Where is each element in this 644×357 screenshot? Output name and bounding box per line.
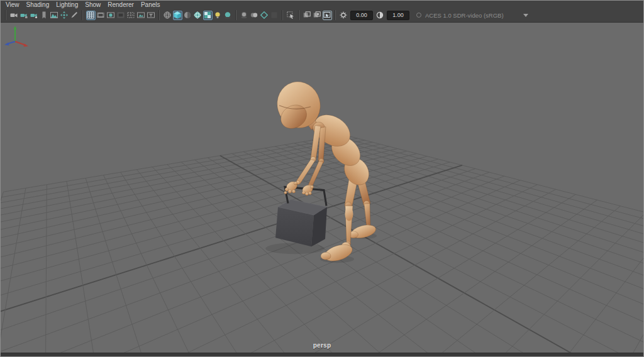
- menu-panels[interactable]: Panels: [140, 1, 166, 9]
- textured-icon[interactable]: [203, 11, 213, 20]
- hand: [284, 180, 299, 194]
- isolate-select-icon[interactable]: [286, 11, 296, 20]
- flat-shade-icon[interactable]: [183, 11, 192, 20]
- view-transform-label: ACES 1.0 SDR-video (sRGB): [425, 12, 523, 19]
- toolbar-separator: [298, 10, 299, 20]
- safe-action-icon[interactable]: [136, 11, 146, 20]
- bookmarks-icon[interactable]: [40, 11, 49, 20]
- shadows-icon[interactable]: [223, 11, 233, 20]
- menu-view[interactable]: View: [4, 1, 25, 9]
- smooth-shade-all-icon[interactable]: [173, 11, 182, 20]
- grease-pencil-icon[interactable]: [70, 11, 79, 20]
- wireframe-on-shaded-icon[interactable]: [193, 11, 203, 20]
- axis-gizmo: [3, 23, 30, 48]
- chevron-down-icon: [523, 14, 528, 17]
- resolution-gate-icon[interactable]: [106, 11, 116, 20]
- exposure-field[interactable]: 0.00: [350, 11, 373, 20]
- depth-of-field-icon[interactable]: [270, 11, 279, 20]
- toolbar-separator: [282, 10, 283, 20]
- grid-icon[interactable]: [86, 11, 96, 20]
- wireframe-icon[interactable]: [163, 11, 172, 20]
- camera-attributes-icon[interactable]: [30, 11, 39, 20]
- gamma-field[interactable]: 1.00: [387, 11, 409, 20]
- lights-icon[interactable]: [213, 11, 223, 20]
- panel-toolbar: 0.00 1.00 ACES 1.0 SDR-video (sRGB): [1, 9, 643, 21]
- screen-space-ambient-occlusion-icon[interactable]: [240, 11, 249, 20]
- camera-name-label: persp: [313, 342, 331, 349]
- select-camera-icon[interactable]: [9, 11, 19, 20]
- xray-active-components-icon[interactable]: [323, 11, 332, 20]
- scene-objects: [1, 23, 643, 353]
- hand: [301, 184, 314, 195]
- image-plane-icon[interactable]: [50, 11, 59, 20]
- toolbar-separator: [5, 10, 6, 20]
- field-chart-icon[interactable]: [126, 11, 136, 20]
- pan-zoom-2d-icon[interactable]: [60, 11, 69, 20]
- toolbar-separator: [235, 10, 236, 20]
- xray-icon[interactable]: [303, 11, 312, 20]
- safe-title-icon[interactable]: [147, 11, 156, 20]
- view-transform-dropdown[interactable]: ACES 1.0 SDR-video (sRGB): [416, 12, 528, 19]
- film-gate-icon[interactable]: [96, 11, 106, 20]
- toolbar-separator: [335, 10, 336, 20]
- xray-joints-icon[interactable]: [313, 11, 322, 20]
- perspective-viewport[interactable]: persp: [1, 23, 643, 353]
- color-management-icon: [416, 13, 421, 18]
- menu-shading[interactable]: Shading: [25, 1, 55, 9]
- panel-menubar: View Shading Lighting Show Renderer Pane…: [1, 1, 643, 9]
- panel-topbar: View Shading Lighting Show Renderer Pane…: [1, 1, 643, 23]
- menu-lighting[interactable]: Lighting: [55, 1, 84, 9]
- exposure-icon[interactable]: [339, 11, 348, 20]
- menu-show[interactable]: Show: [84, 1, 106, 9]
- motion-blur-icon[interactable]: [250, 11, 259, 20]
- suitcase-box[interactable]: [275, 187, 327, 247]
- menu-renderer[interactable]: Renderer: [106, 1, 140, 9]
- lock-camera-icon[interactable]: [19, 11, 29, 20]
- contrast-icon[interactable]: [375, 11, 385, 20]
- maya-viewport-panel: View Shading Lighting Show Renderer Pane…: [0, 0, 644, 357]
- multisample-anti-aliasing-icon[interactable]: [260, 11, 269, 20]
- window-bottom-frame: [1, 353, 643, 356]
- box-shadow: [265, 243, 325, 254]
- gate-mask-icon[interactable]: [116, 11, 126, 20]
- toolbar-separator: [158, 10, 160, 20]
- toolbar-separator: [82, 10, 83, 20]
